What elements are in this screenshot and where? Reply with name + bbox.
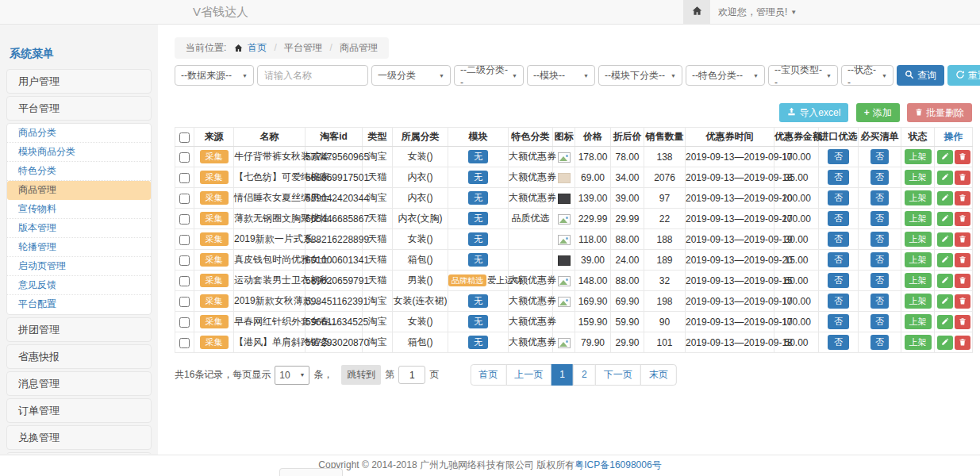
page-button[interactable]: 2: [573, 364, 596, 386]
must-buy-toggle[interactable]: 否: [870, 190, 889, 205]
edit-button[interactable]: [937, 274, 953, 288]
sidebar-subitem[interactable]: 轮播管理: [7, 238, 151, 257]
row-checkbox[interactable]: [179, 173, 190, 183]
name-search-input[interactable]: [257, 65, 368, 86]
must-buy-toggle[interactable]: 否: [870, 232, 889, 246]
status-button[interactable]: 上架: [905, 190, 932, 205]
filter-select[interactable]: --宝贝类型-- ▼: [768, 65, 838, 86]
nav-home-button[interactable]: [683, 0, 710, 24]
search-button[interactable]: 查询: [897, 65, 944, 86]
import-select-toggle[interactable]: 否: [828, 294, 849, 308]
filter-select[interactable]: --二级分类-- ▼: [454, 65, 524, 86]
page-button[interactable]: 首页: [470, 364, 506, 386]
must-buy-toggle[interactable]: 否: [870, 252, 889, 267]
delete-button[interactable]: [955, 315, 970, 329]
import-select-toggle[interactable]: 否: [828, 314, 849, 328]
user-menu[interactable]: 欢迎您，管理员!▼: [718, 0, 797, 25]
sidebar-group-platform[interactable]: 平台管理: [6, 96, 152, 121]
status-button[interactable]: 上架: [905, 232, 932, 246]
row-checkbox[interactable]: [179, 152, 190, 163]
sidebar-group[interactable]: 省惠快报: [6, 344, 152, 369]
page-number-input[interactable]: [398, 366, 425, 384]
icp-link[interactable]: 粤ICP备16098006号: [575, 459, 661, 470]
import-excel-button[interactable]: 导入excel: [779, 103, 848, 122]
status-button[interactable]: 上架: [905, 314, 932, 328]
row-checkbox[interactable]: [179, 255, 190, 266]
sidebar-group[interactable]: 拼团管理: [6, 317, 152, 342]
sidebar-group[interactable]: 兑换管理: [6, 425, 152, 450]
sidebar-subitem[interactable]: 平台配置: [7, 295, 151, 314]
data-source-select[interactable]: --数据来源-- ▼: [175, 65, 254, 86]
sidebar-subitem[interactable]: 模块商品分类: [7, 143, 151, 162]
sidebar-subitem[interactable]: 特色分类: [7, 162, 151, 181]
page-button[interactable]: 1: [551, 364, 574, 386]
breadcrumb-home-link[interactable]: 首页: [248, 42, 267, 53]
page-button[interactable]: 末页: [640, 364, 677, 386]
status-button[interactable]: 上架: [905, 252, 932, 267]
delete-button[interactable]: [955, 212, 970, 226]
sidebar-group[interactable]: 订单管理: [6, 398, 152, 423]
status-button[interactable]: 上架: [905, 273, 932, 287]
edit-button[interactable]: [937, 294, 953, 309]
row-checkbox[interactable]: [179, 214, 190, 225]
delete-button[interactable]: [955, 294, 970, 309]
must-buy-toggle[interactable]: 否: [870, 211, 889, 225]
edit-button[interactable]: [937, 212, 953, 226]
import-select-toggle[interactable]: 否: [828, 273, 849, 287]
import-select-toggle[interactable]: 否: [828, 252, 849, 267]
sidebar-group-users[interactable]: 用户管理: [6, 69, 152, 94]
must-buy-toggle[interactable]: 否: [870, 314, 889, 328]
import-select-toggle[interactable]: 否: [828, 149, 849, 163]
import-select-toggle[interactable]: 否: [828, 232, 849, 246]
must-buy-toggle[interactable]: 否: [870, 294, 889, 308]
batch-delete-button[interactable]: 批量删除: [907, 103, 972, 122]
delete-button[interactable]: [955, 274, 970, 288]
row-checkbox[interactable]: [179, 317, 190, 328]
filter-select[interactable]: 一级分类 ▼: [371, 65, 451, 86]
edit-button[interactable]: [937, 315, 953, 329]
edit-button[interactable]: [937, 232, 953, 247]
must-buy-toggle[interactable]: 否: [870, 273, 889, 287]
row-checkbox[interactable]: [179, 194, 190, 204]
filter-select[interactable]: --状态-- ▼: [841, 65, 894, 86]
edit-button[interactable]: [937, 336, 953, 350]
row-checkbox[interactable]: [179, 297, 190, 307]
status-button[interactable]: 上架: [905, 294, 932, 308]
page-button[interactable]: 下一页: [595, 364, 641, 386]
edit-button[interactable]: [937, 253, 953, 267]
row-checkbox[interactable]: [179, 235, 190, 245]
delete-button[interactable]: [955, 232, 970, 247]
delete-button[interactable]: [955, 171, 970, 185]
must-buy-toggle[interactable]: 否: [870, 170, 889, 184]
delete-button[interactable]: [955, 253, 970, 267]
filter-select[interactable]: --模块-- ▼: [527, 65, 595, 86]
status-button[interactable]: 上架: [905, 211, 932, 225]
filter-select[interactable]: --特色分类-- ▼: [686, 65, 765, 86]
must-buy-toggle[interactable]: 否: [870, 149, 889, 163]
jump-button[interactable]: 跳转到: [341, 365, 381, 385]
import-select-toggle[interactable]: 否: [828, 190, 849, 205]
reset-button[interactable]: 重置: [947, 65, 980, 86]
import-select-toggle[interactable]: 否: [828, 335, 849, 349]
import-select-toggle[interactable]: 否: [828, 211, 849, 225]
sidebar-subitem[interactable]: 启动页管理: [7, 257, 151, 276]
status-button[interactable]: 上架: [905, 170, 932, 184]
sidebar-subitem[interactable]: 商品分类: [7, 124, 151, 143]
delete-button[interactable]: [955, 191, 970, 205]
select-all-checkbox[interactable]: [179, 132, 190, 143]
sidebar-group[interactable]: 提现管理: [6, 452, 152, 454]
per-page-select[interactable]: 10 ▼: [275, 366, 309, 385]
sidebar-subitem[interactable]: 版本管理: [7, 219, 151, 238]
sidebar-subitem[interactable]: 意见反馈: [7, 276, 151, 295]
edit-button[interactable]: [937, 191, 953, 205]
delete-button[interactable]: [955, 336, 970, 350]
status-button[interactable]: 上架: [905, 335, 932, 349]
page-button[interactable]: 上一页: [505, 364, 551, 386]
import-select-toggle[interactable]: 否: [828, 170, 849, 184]
sidebar-group[interactable]: 消息管理: [6, 371, 152, 396]
row-checkbox[interactable]: [179, 338, 190, 348]
edit-button[interactable]: [937, 150, 953, 164]
must-buy-toggle[interactable]: 否: [870, 335, 889, 349]
filter-select[interactable]: --模块下分类-- ▼: [598, 65, 682, 86]
delete-button[interactable]: [955, 150, 970, 164]
